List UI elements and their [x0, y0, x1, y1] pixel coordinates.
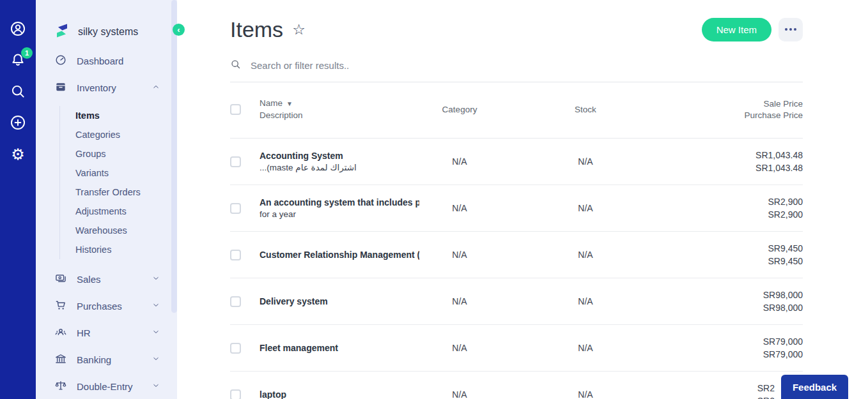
sidebar-item-adjustments[interactable]: Adjustments [60, 202, 177, 221]
table-row[interactable]: Delivery system N/A N/A SR98,000 SR98,00… [230, 278, 803, 325]
item-category: N/A [419, 389, 500, 399]
bank-icon [54, 352, 67, 367]
icon-rail: 1 ⚙ [0, 0, 36, 399]
global-search-button[interactable] [8, 82, 28, 102]
table-header: Name▼ Description Category Stock Sale Pr… [230, 82, 803, 139]
column-header-purchase-price: Purchase Price [671, 110, 803, 121]
chevron-down-icon [151, 354, 160, 365]
brand-name: silky systems [78, 26, 138, 38]
items-table: Name▼ Description Category Stock Sale Pr… [230, 82, 803, 399]
item-sale-price: SR1,043.48 [671, 149, 803, 162]
column-header-category: Category [419, 104, 500, 116]
sidebar-item-sales[interactable]: Sales [36, 266, 177, 292]
sort-desc-icon: ▼ [286, 100, 293, 107]
table-row[interactable]: laptop N/A N/A SR2 SR2 [230, 372, 803, 399]
column-header-stock: Stock [500, 104, 671, 116]
item-stock: N/A [500, 389, 671, 399]
quick-add-button[interactable] [8, 113, 28, 133]
cart-icon [54, 299, 67, 313]
item-category: N/A [419, 296, 500, 306]
row-checkbox[interactable] [230, 389, 241, 399]
sidebar-item-purchases[interactable]: Purchases [36, 292, 177, 319]
table-row[interactable]: Customer Relationship Management (C... N… [230, 232, 803, 278]
feedback-button[interactable]: Feedback [781, 375, 848, 399]
account-icon [10, 20, 26, 39]
sidebar-item-label: Inventory [77, 82, 116, 93]
new-item-button[interactable]: New Item [702, 18, 771, 41]
search-icon [10, 83, 26, 102]
sidebar-item-warehouses[interactable]: Warehouses [60, 221, 177, 240]
column-header-name[interactable]: Name▼ [260, 98, 419, 110]
people-icon [54, 326, 67, 340]
inventory-subnav: Items Categories Groups Variants Transfe… [59, 106, 177, 259]
item-name: An accounting system that includes poi..… [260, 196, 419, 209]
column-header-sale-price: Sale Price [671, 98, 803, 110]
item-description: for a year [260, 209, 419, 220]
item-purchase-price: SR9,450 [671, 255, 803, 267]
item-stock: N/A [500, 156, 671, 167]
item-name: laptop [260, 388, 419, 399]
item-sale-price: SR9,450 [671, 242, 803, 255]
chevron-down-icon [151, 381, 160, 392]
sidebar-item-banking[interactable]: Banking [36, 346, 177, 373]
chevron-up-icon [151, 82, 160, 93]
sidebar-item-double-entry[interactable]: Double-Entry [36, 373, 177, 399]
item-sale-price: SR2 [671, 382, 775, 395]
sidebar-collapse-button[interactable]: ‹ [173, 24, 185, 36]
scale-icon [54, 379, 67, 394]
item-stock: N/A [500, 296, 671, 306]
item-category: N/A [419, 156, 500, 167]
favorite-star-icon[interactable]: ☆ [292, 21, 306, 38]
item-purchase-price: SR1,043.48 [671, 162, 803, 174]
sidebar-item-label: Dashboard [77, 56, 123, 66]
more-options-button[interactable] [779, 18, 803, 41]
sidebar-nav: Dashboard Inventory Items Categories Gro… [36, 47, 177, 399]
search-bar [230, 59, 803, 82]
item-purchase-price: SR2,900 [671, 208, 803, 221]
plus-circle-icon [10, 114, 26, 133]
sidebar-item-transfer-orders[interactable]: Transfer Orders [60, 183, 177, 202]
item-purchase-price: SR79,000 [671, 348, 803, 361]
item-category: N/A [419, 343, 500, 353]
account-button[interactable] [8, 19, 28, 40]
cash-icon [54, 272, 67, 287]
row-checkbox[interactable] [230, 250, 241, 260]
item-sale-price: SR98,000 [671, 289, 803, 301]
chevron-down-icon [151, 327, 160, 338]
sidebar-item-inventory[interactable]: Inventory [36, 74, 177, 101]
sidebar-item-categories[interactable]: Categories [60, 125, 177, 144]
sidebar: silky systems Dashboard Inventory Items [36, 0, 177, 399]
sidebar-item-variants[interactable]: Variants [60, 163, 177, 183]
item-stock: N/A [500, 250, 671, 260]
sidebar-item-histories[interactable]: Histories [60, 240, 177, 259]
item-purchase-price: SR2 [671, 395, 775, 399]
sidebar-item-hr[interactable]: HR [36, 319, 177, 346]
sidebar-item-items[interactable]: Items [60, 106, 177, 125]
sidebar-item-label: Double-Entry [77, 381, 133, 392]
notifications-button[interactable]: 1 [8, 50, 28, 71]
row-checkbox[interactable] [230, 203, 241, 214]
sidebar-scrollbar[interactable] [171, 0, 177, 313]
table-row[interactable]: Accounting System اشتراك لمدة عام ‎(mast… [230, 139, 803, 185]
item-name: Delivery system [260, 295, 419, 308]
sidebar-item-groups[interactable]: Groups [60, 144, 177, 163]
row-checkbox[interactable] [230, 343, 241, 354]
search-input[interactable] [251, 60, 803, 71]
table-row[interactable]: An accounting system that includes poi..… [230, 185, 803, 232]
row-checkbox[interactable] [230, 156, 241, 167]
settings-button[interactable]: ⚙ [8, 144, 28, 165]
sidebar-item-label: HR [77, 327, 91, 338]
item-sale-price: SR79,000 [671, 335, 803, 348]
table-row[interactable]: Fleet management N/A N/A SR79,000 SR79,0… [230, 325, 803, 372]
item-sale-price: SR2,900 [671, 195, 803, 208]
sidebar-item-dashboard[interactable]: Dashboard [36, 47, 177, 74]
dashboard-icon [54, 54, 67, 68]
app-window: 1 ⚙ silky systems [0, 0, 868, 399]
row-checkbox[interactable] [230, 296, 241, 307]
gear-icon: ⚙ [11, 147, 25, 162]
select-all-checkbox[interactable] [230, 104, 241, 115]
item-name: Accounting System [260, 149, 419, 162]
item-purchase-price: SR98,000 [671, 301, 803, 314]
item-category: N/A [419, 250, 500, 260]
page-title: Items [230, 17, 283, 42]
